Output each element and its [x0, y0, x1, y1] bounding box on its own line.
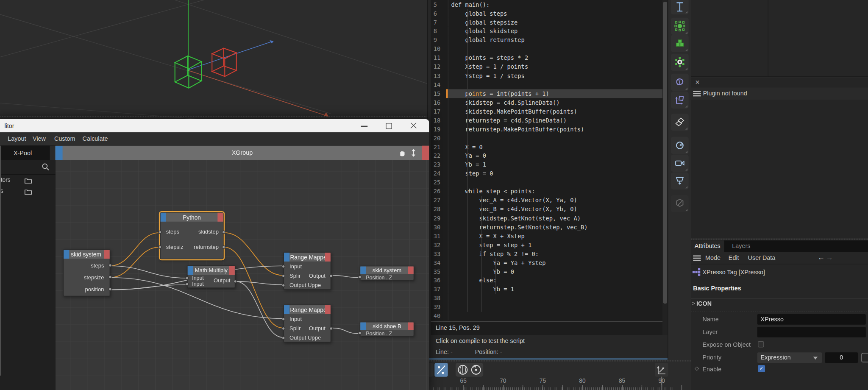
instance-icon[interactable]	[671, 114, 689, 131]
code-line[interactable]: 26 while step < points:	[431, 187, 662, 196]
code-line[interactable]: 36 else:	[431, 276, 662, 285]
cube-red[interactable]	[212, 48, 236, 77]
node-input-corner[interactable]	[188, 266, 193, 275]
volume-icon[interactable]	[671, 137, 689, 154]
node-skid-system-target[interactable]: skid system Position . Z	[360, 266, 414, 280]
code-line[interactable]: 15 points = int(points + 1)	[431, 89, 662, 98]
wire[interactable]	[331, 275, 359, 277]
code-line[interactable]: 9 global returnstep	[431, 36, 662, 45]
back-arrow-icon[interactable]: ←	[818, 253, 825, 262]
code-scrollbar[interactable]	[662, 0, 668, 335]
input-port[interactable]	[282, 274, 285, 278]
input-port[interactable]	[358, 275, 362, 279]
code-line[interactable]: 19 returnstep.MakePointBuffer(points)	[431, 125, 662, 134]
menu-edit[interactable]: Edit	[729, 254, 739, 261]
code-line[interactable]: 30 returnstep.SetKnot(step, vec_B)	[431, 223, 662, 231]
code-line[interactable]: 34 Ya = Ya + Ystep	[431, 258, 662, 267]
wire-selected[interactable]	[110, 233, 159, 266]
wire[interactable]	[331, 328, 359, 334]
output-port[interactable]	[108, 275, 112, 279]
code-area[interactable]: 5def main():6 global steps7 global steps…	[431, 0, 662, 335]
fcurve-mode-button[interactable]	[655, 363, 668, 377]
resize-vertical-icon[interactable]	[410, 148, 417, 157]
record-position-icon[interactable]	[458, 365, 467, 374]
maximize-button[interactable]	[379, 119, 398, 132]
xpool-item-operators[interactable]: rators	[0, 176, 56, 187]
output-port[interactable]	[329, 327, 333, 330]
code-line[interactable]: 14	[431, 80, 662, 89]
output-port[interactable]	[222, 231, 225, 234]
node-output-corner[interactable]	[104, 250, 110, 259]
xpool-item-presets[interactable]: ets	[0, 187, 56, 198]
node-input-corner[interactable]	[64, 250, 69, 259]
close-button[interactable]	[404, 119, 423, 132]
code-line[interactable]: 37 Yb = 1	[431, 285, 662, 294]
code-line[interactable]: 17 skidstep.MakePointBuffer(points)	[431, 107, 662, 116]
code-line[interactable]: 6 global steps	[431, 9, 662, 18]
code-line[interactable]: 29 skidstep.SetKnot(step, vec_A)	[431, 214, 662, 223]
node-skid-system-source[interactable]: skid system steps stepsize position	[63, 249, 110, 296]
xgroup-titlebar[interactable]: XGroup	[56, 146, 429, 160]
tab-layers[interactable]: Layers	[724, 240, 758, 252]
node-input-corner[interactable]	[360, 267, 366, 274]
code-line[interactable]: 18 returnstep = c4d.SplineData()	[431, 116, 662, 125]
wire[interactable]	[236, 281, 283, 285]
code-line[interactable]: 23 Yb = 1	[431, 160, 662, 169]
priority-dropdown[interactable]: Expression	[757, 352, 822, 363]
code-line[interactable]: 11 points = steps * 2	[431, 53, 662, 62]
code-line[interactable]: 21 X = 0	[431, 142, 662, 151]
name-field[interactable]: XPresso	[757, 314, 866, 325]
code-line[interactable]: 40	[431, 312, 662, 320]
code-line[interactable]: 33 if step % 2 != 0:	[431, 249, 662, 258]
spline-pen-icon[interactable]	[671, 0, 689, 14]
menu-icon[interactable]	[693, 91, 701, 96]
input-port[interactable]	[282, 284, 285, 287]
node-input-corner[interactable]	[360, 323, 366, 330]
node-input-corner[interactable]	[161, 213, 166, 222]
code-line[interactable]: 38	[431, 294, 662, 303]
node-canvas[interactable]: skid system steps stepsize position Pyth…	[56, 160, 429, 390]
code-line[interactable]: 5def main():	[431, 0, 662, 9]
node-output-corner[interactable]	[217, 213, 223, 222]
code-line[interactable]: 13 Ystep = 1 / steps	[431, 71, 662, 80]
menu-calculate[interactable]: Calculate	[83, 135, 108, 142]
autokey-icon[interactable]	[472, 365, 481, 374]
node-python[interactable]: Python steps stepsiz skidstep returnstep	[160, 212, 223, 259]
menu-icon[interactable]	[693, 255, 701, 261]
xpool-search-row[interactable]	[0, 160, 56, 175]
code-line[interactable]: 12 Xstep = 1 / points	[431, 62, 662, 71]
tab-xpool[interactable]: X-Pool	[0, 146, 50, 160]
window-titlebar[interactable]: litor	[0, 119, 429, 132]
code-line[interactable]: 24 step = 0	[431, 169, 662, 178]
code-line[interactable]: 27 vec_A = c4d.Vector(X, Ya, 0)	[431, 196, 662, 205]
code-line[interactable]: 35 Yb = 0	[431, 267, 662, 276]
code-line[interactable]: 20	[431, 134, 662, 142]
node-output-corner[interactable]	[325, 305, 331, 314]
input-port[interactable]	[282, 336, 285, 340]
tab-attributes[interactable]: Attributes	[691, 240, 724, 252]
input-port[interactable]	[186, 282, 189, 286]
expose-checkbox[interactable]	[758, 341, 764, 347]
minimize-button[interactable]	[355, 119, 373, 132]
output-port[interactable]	[222, 245, 225, 249]
output-port[interactable]	[329, 274, 333, 278]
keyframe-off-button[interactable]	[434, 363, 448, 377]
axis-cube-icon[interactable]	[671, 92, 689, 109]
timeline[interactable]: 657075808590	[427, 359, 691, 390]
node-skid-shoe-b[interactable]: skid shoe B Position . Z	[360, 322, 414, 336]
wire[interactable]	[236, 281, 283, 337]
node-output-corner[interactable]	[229, 266, 235, 275]
code-line[interactable]: 25	[431, 178, 662, 187]
code-scrollbar-thumb[interactable]	[663, 2, 667, 304]
layer-field[interactable]	[757, 327, 866, 337]
menu-custom[interactable]: Custom	[54, 135, 75, 142]
node-range-mapper-1[interactable]: Range Mapper Input Splir Output Uppe Out…	[284, 252, 331, 290]
node-input-corner[interactable]	[284, 253, 289, 262]
code-line[interactable]: 8 global skidstep	[431, 27, 662, 36]
node-input-corner[interactable]	[284, 305, 289, 314]
node-output-corner[interactable]	[408, 323, 414, 330]
node-output-corner[interactable]	[325, 253, 331, 262]
priority-number-field[interactable]: 0	[825, 352, 858, 363]
dynamics-icon[interactable]	[671, 54, 689, 71]
pan-hand-icon[interactable]	[398, 148, 407, 157]
